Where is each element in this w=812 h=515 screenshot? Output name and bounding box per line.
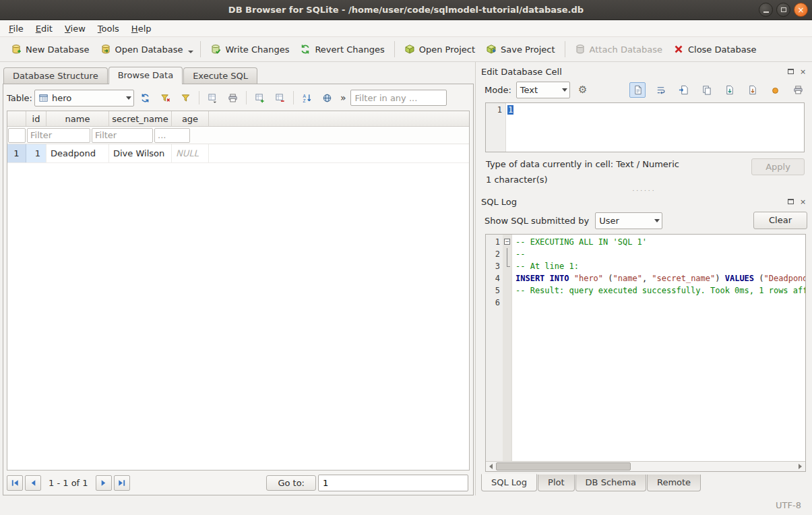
- encoding-indicator[interactable]: UTF-8: [776, 500, 801, 510]
- dock-splitter[interactable]: ······: [481, 187, 807, 194]
- close-icon: ×: [797, 5, 804, 15]
- main-tab-bar: Database Structure Browse Data Execute S…: [3, 65, 474, 84]
- float-panel-button[interactable]: [786, 198, 795, 206]
- text-mode-button[interactable]: [629, 82, 646, 98]
- tab-sql-log[interactable]: SQL Log: [481, 474, 537, 491]
- delete-record-button[interactable]: [271, 90, 289, 107]
- open-database-menu-arrow[interactable]: [188, 51, 193, 53]
- save-as-button[interactable]: [744, 82, 760, 98]
- column-header-secret-name[interactable]: secret_name: [109, 111, 172, 126]
- menu-file[interactable]: File: [3, 22, 30, 36]
- fetch-all-data-button[interactable]: [318, 90, 336, 107]
- close-button[interactable]: ×: [794, 3, 808, 17]
- scrollbar-track[interactable]: [496, 462, 795, 471]
- sql-log-line: [516, 297, 805, 309]
- grid-corner-cell[interactable]: [7, 111, 26, 126]
- goto-button[interactable]: Go to:: [266, 475, 316, 491]
- scroll-left-button[interactable]: [486, 462, 496, 472]
- sql-log-filter-combobox[interactable]: User: [595, 212, 662, 229]
- clear-filters-icon: [160, 93, 170, 103]
- sort-records-button[interactable]: AZ: [298, 90, 316, 107]
- print-table-button[interactable]: [224, 90, 242, 107]
- close-database-button[interactable]: Close Database: [668, 40, 762, 58]
- browse-toolbar: Table: hero: [7, 88, 470, 108]
- menu-tools[interactable]: Tools: [92, 22, 125, 36]
- revert-changes-button[interactable]: Revert Changes: [294, 40, 389, 58]
- tab-plot[interactable]: Plot: [538, 475, 575, 491]
- mode-combobox[interactable]: Text: [516, 82, 570, 98]
- menu-view[interactable]: View: [59, 22, 92, 36]
- sql-log-text[interactable]: -- EXECUTING ALL IN 'SQL 1' -- -- At lin…: [512, 235, 805, 461]
- print-cell-button[interactable]: [790, 82, 806, 98]
- fold-marker-icon[interactable]: −: [504, 239, 510, 245]
- new-record-button[interactable]: [251, 90, 269, 107]
- set-null-button[interactable]: [767, 82, 783, 98]
- open-database-button[interactable]: Open Database: [95, 40, 189, 58]
- export-data-button[interactable]: [721, 82, 737, 98]
- column-header-name[interactable]: name: [46, 111, 109, 126]
- set-null-icon: [770, 85, 780, 95]
- text-document-icon: [633, 85, 643, 95]
- previous-record-button[interactable]: [25, 475, 41, 491]
- filter-input-secret-name[interactable]: [92, 128, 153, 143]
- goto-input[interactable]: [318, 475, 468, 491]
- filter-input-name[interactable]: [27, 128, 90, 143]
- word-wrap-button[interactable]: [652, 82, 668, 98]
- cell-editor[interactable]: 1 1: [485, 102, 805, 152]
- filter-options-button[interactable]: [177, 90, 195, 107]
- close-panel-button[interactable]: ×: [799, 198, 807, 206]
- scrollbar-thumb[interactable]: [496, 462, 631, 471]
- menu-edit[interactable]: Edit: [30, 22, 59, 36]
- apply-button[interactable]: Apply: [751, 158, 805, 175]
- new-database-button[interactable]: New Database: [5, 40, 95, 58]
- filter-input-age[interactable]: [154, 128, 190, 143]
- clear-log-button[interactable]: Clear: [753, 212, 807, 229]
- main-toolbar: New Database Open Database Write Changes…: [0, 37, 812, 62]
- table-combobox[interactable]: hero: [34, 90, 134, 107]
- column-header-id[interactable]: id: [26, 111, 46, 126]
- save-project-button[interactable]: Save Project: [480, 40, 561, 58]
- filter-input-id[interactable]: [8, 128, 26, 143]
- cell-id[interactable]: 1: [26, 144, 46, 162]
- column-header-age[interactable]: age: [172, 111, 209, 126]
- last-record-button[interactable]: [114, 475, 130, 491]
- import-data-button[interactable]: [675, 82, 691, 98]
- tab-database-structure[interactable]: Database Structure: [3, 67, 108, 84]
- tab-remote[interactable]: Remote: [647, 475, 701, 491]
- open-project-button[interactable]: Open Project: [399, 40, 480, 58]
- horizontal-scrollbar[interactable]: [486, 461, 805, 471]
- new-record-icon: [255, 93, 265, 103]
- close-panel-button[interactable]: ×: [799, 67, 807, 76]
- grid-empty-area: [7, 163, 469, 470]
- cell-name[interactable]: Deadpond: [46, 144, 109, 162]
- cell-secret-name[interactable]: Dive Wilson: [109, 144, 172, 162]
- clear-filters-button[interactable]: [156, 90, 175, 107]
- filter-any-input[interactable]: [350, 90, 447, 106]
- first-record-button[interactable]: [7, 475, 23, 491]
- tab-execute-sql[interactable]: Execute SQL: [183, 67, 257, 84]
- write-changes-button[interactable]: Write Changes: [205, 40, 294, 58]
- copy-data-button[interactable]: [698, 82, 714, 98]
- chevron-down-icon: [562, 88, 567, 92]
- menu-help[interactable]: Help: [125, 22, 158, 36]
- export-records-button[interactable]: [204, 90, 222, 107]
- maximize-button[interactable]: [776, 3, 790, 17]
- scroll-right-button[interactable]: [795, 462, 805, 472]
- cell-age[interactable]: NULL: [172, 144, 209, 162]
- float-panel-button[interactable]: [786, 67, 795, 76]
- titlebar[interactable]: DB Browser for SQLite - /home/user/code/…: [0, 0, 812, 20]
- chevron-down-icon: [126, 96, 131, 100]
- tab-browse-data[interactable]: Browse Data: [108, 67, 183, 84]
- auto-format-button[interactable]: ⚙: [575, 82, 591, 98]
- window-controls: ×: [759, 3, 808, 17]
- toolbar-overflow-chevron[interactable]: »: [338, 92, 348, 103]
- refresh-button[interactable]: [136, 90, 154, 107]
- minimize-button[interactable]: [759, 3, 773, 17]
- sql-log-line: -- EXECUTING ALL IN 'SQL 1': [516, 236, 805, 248]
- next-record-button[interactable]: [96, 475, 112, 491]
- fold-margin[interactable]: −: [503, 235, 512, 461]
- cell-editor-content[interactable]: 1: [506, 103, 515, 152]
- row-header[interactable]: 1: [7, 144, 26, 162]
- tab-db-schema[interactable]: DB Schema: [575, 475, 646, 491]
- sql-log-view[interactable]: 1 2 3 4 5 6 −: [485, 234, 806, 472]
